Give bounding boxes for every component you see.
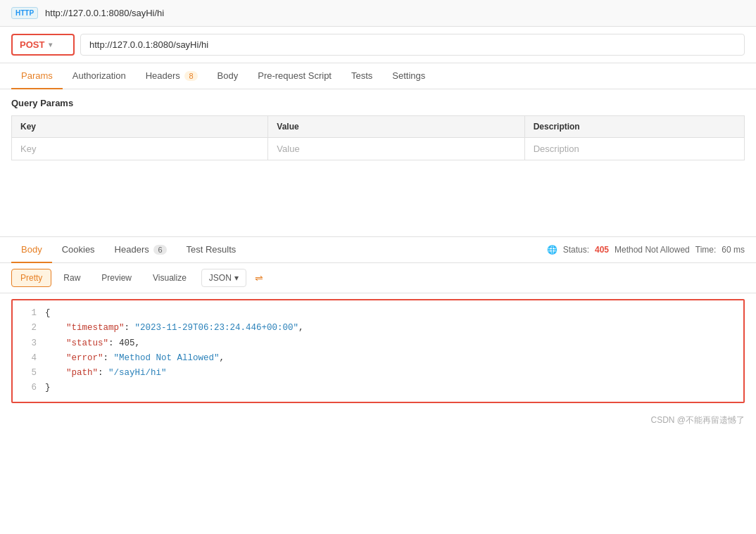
globe-icon: 🌐 bbox=[547, 245, 557, 255]
status-code: 405 bbox=[595, 245, 609, 255]
time-label: Time: bbox=[695, 245, 717, 255]
footer-text: CSDN @不能再留遗憾了 bbox=[650, 415, 745, 425]
status-label: Status: bbox=[563, 245, 589, 255]
key-cell[interactable]: Key bbox=[12, 138, 268, 160]
code-line-5: 5 "path": "/sayHi/hi" bbox=[24, 366, 732, 381]
code-line-4: 4 "error": "Method Not Allowed", bbox=[24, 351, 732, 366]
tab-body[interactable]: Body bbox=[208, 63, 248, 89]
response-tab-headers[interactable]: Headers 6 bbox=[105, 237, 177, 263]
tab-params[interactable]: Params bbox=[11, 63, 63, 89]
response-tab-cookies[interactable]: Cookies bbox=[52, 237, 105, 263]
format-btn-raw[interactable]: Raw bbox=[54, 269, 89, 287]
filter-icon[interactable]: ⇌ bbox=[255, 272, 263, 284]
format-type-label: JSON bbox=[209, 273, 232, 283]
chevron-down-icon: ▾ bbox=[49, 41, 52, 49]
top-url: http://127.0.0.1:8080/sayHi/hi bbox=[45, 8, 164, 18]
format-btn-preview[interactable]: Preview bbox=[92, 269, 141, 287]
format-bar: Pretty Raw Preview Visualize JSON ▾ ⇌ bbox=[0, 263, 756, 293]
params-table: Key Value Description Key Value Descript… bbox=[11, 115, 745, 160]
col-header-key: Key bbox=[12, 116, 268, 138]
format-btn-pretty[interactable]: Pretty bbox=[11, 269, 51, 287]
response-body-code: 1 { 2 "timestamp": "2023-11-29T06:23:24.… bbox=[11, 299, 745, 403]
query-params-section: Query Params Key Value Description Key V… bbox=[0, 89, 756, 169]
format-type-chevron: ▾ bbox=[234, 273, 239, 283]
col-header-value: Value bbox=[268, 116, 524, 138]
tab-settings[interactable]: Settings bbox=[382, 63, 435, 89]
query-params-title: Query Params bbox=[11, 98, 745, 108]
response-tabs-left: Body Cookies Headers 6 Test Results bbox=[11, 237, 246, 262]
top-bar: HTTP http://127.0.0.1:8080/sayHi/hi bbox=[0, 0, 756, 27]
status-text: Method Not Allowed bbox=[615, 245, 690, 255]
response-tabs-bar: Body Cookies Headers 6 Test Results 🌐 St… bbox=[0, 237, 756, 263]
tab-tests[interactable]: Tests bbox=[341, 63, 382, 89]
col-header-desc: Description bbox=[524, 116, 744, 138]
tab-pre-request[interactable]: Pre-request Script bbox=[248, 63, 341, 89]
method-select[interactable]: POST ▾ bbox=[11, 34, 75, 56]
url-input[interactable] bbox=[80, 34, 745, 56]
footer: CSDN @不能再留遗憾了 bbox=[0, 409, 756, 432]
format-type-select[interactable]: JSON ▾ bbox=[201, 269, 246, 287]
request-tabs: Params Authorization Headers 8 Body Pre-… bbox=[0, 63, 756, 89]
headers-badge: 8 bbox=[184, 71, 197, 81]
code-line-1: 1 { bbox=[24, 306, 732, 321]
http-badge: HTTP bbox=[11, 7, 38, 19]
format-btn-visualize[interactable]: Visualize bbox=[144, 269, 196, 287]
code-line-2: 2 "timestamp": "2023-11-29T06:23:24.446+… bbox=[24, 321, 732, 336]
method-label: POST bbox=[20, 39, 44, 50]
response-tab-test-results[interactable]: Test Results bbox=[177, 237, 246, 263]
code-line-6: 6 } bbox=[24, 381, 732, 395]
tab-headers[interactable]: Headers 8 bbox=[136, 63, 208, 89]
code-line-3: 3 "status": 405, bbox=[24, 336, 732, 351]
value-cell[interactable]: Value bbox=[268, 138, 524, 160]
request-bar: POST ▾ bbox=[0, 27, 756, 63]
desc-cell[interactable]: Description bbox=[524, 138, 744, 160]
table-row: Key Value Description bbox=[12, 138, 745, 160]
response-tab-body[interactable]: Body bbox=[11, 237, 52, 263]
response-status-area: 🌐 Status: 405 Method Not Allowed Time: 6… bbox=[547, 245, 745, 255]
response-headers-badge: 6 bbox=[153, 245, 166, 255]
tab-authorization[interactable]: Authorization bbox=[63, 63, 136, 89]
response-time: 60 ms bbox=[722, 245, 745, 255]
